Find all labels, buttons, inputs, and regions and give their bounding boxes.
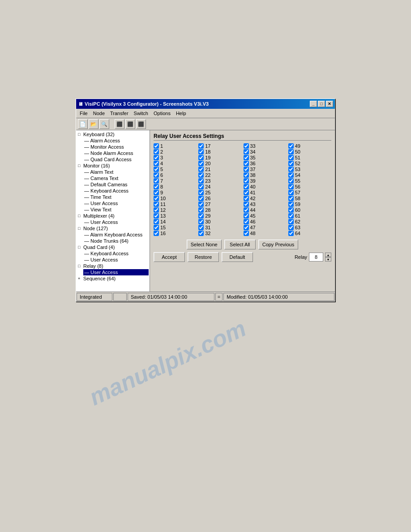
tree-item-keyboard-access-quad[interactable]: — Keyboard Access bbox=[83, 250, 149, 257]
checkbox-3[interactable] bbox=[154, 155, 159, 160]
checkbox-13[interactable] bbox=[154, 213, 159, 219]
checkbox-41[interactable] bbox=[244, 190, 249, 195]
checkbox-33[interactable] bbox=[244, 143, 249, 149]
tree-item-node-alarm-access[interactable]: — Node Alarm Access bbox=[83, 150, 149, 156]
tree-item-camera-text[interactable]: — Camera Text bbox=[83, 175, 149, 181]
checkbox-56[interactable] bbox=[288, 184, 294, 189]
checkbox-64[interactable] bbox=[288, 231, 294, 236]
checkbox-14[interactable] bbox=[154, 219, 159, 224]
tree-item-monitor-access[interactable]: — Monitor Access bbox=[83, 144, 149, 150]
checkbox-48[interactable] bbox=[244, 231, 249, 236]
menu-help[interactable]: Help bbox=[173, 110, 189, 117]
checkbox-21[interactable] bbox=[198, 167, 204, 172]
checkbox-45[interactable] bbox=[244, 213, 249, 219]
relay-spin-up[interactable]: ▲ bbox=[325, 253, 331, 257]
checkbox-46[interactable] bbox=[244, 219, 249, 224]
menu-node[interactable]: Node bbox=[90, 110, 107, 117]
checkbox-55[interactable] bbox=[288, 178, 294, 184]
close-button[interactable]: ✕ bbox=[326, 101, 333, 107]
checkbox-42[interactable] bbox=[244, 196, 249, 201]
checkbox-28[interactable] bbox=[198, 207, 204, 213]
checkbox-23[interactable] bbox=[198, 178, 204, 184]
checkbox-51[interactable] bbox=[288, 155, 294, 160]
relay-spin-down[interactable]: ▼ bbox=[325, 257, 331, 262]
checkbox-7[interactable] bbox=[154, 178, 159, 184]
checkbox-44[interactable] bbox=[244, 207, 249, 213]
checkbox-29[interactable] bbox=[198, 213, 204, 219]
toolbar-new[interactable]: 📄 bbox=[78, 119, 88, 129]
checkbox-12[interactable] bbox=[154, 207, 159, 213]
tree-item-monitor[interactable]: □ Monitor (16) bbox=[77, 163, 149, 169]
checkbox-11[interactable] bbox=[154, 202, 159, 207]
checkbox-62[interactable] bbox=[288, 219, 294, 224]
checkbox-52[interactable] bbox=[288, 161, 294, 166]
accept-button[interactable]: Accept bbox=[154, 252, 185, 262]
checkbox-32[interactable] bbox=[198, 231, 204, 236]
checkbox-25[interactable] bbox=[198, 190, 204, 195]
checkbox-19[interactable] bbox=[198, 155, 204, 160]
tree-item-default-cameras[interactable]: — Default Cameras bbox=[83, 181, 149, 188]
tree-item-keyboard[interactable]: □ Keyboard (32) bbox=[77, 131, 149, 137]
checkbox-27[interactable] bbox=[198, 202, 204, 207]
checkbox-5[interactable] bbox=[154, 167, 159, 172]
select-none-button[interactable]: Select None bbox=[187, 240, 222, 249]
checkbox-22[interactable] bbox=[198, 172, 204, 178]
relay-input[interactable] bbox=[309, 253, 323, 262]
tree-item-sequence[interactable]: + Sequence (64) bbox=[77, 275, 149, 282]
tree-item-quad-card[interactable]: □ Quad Card (4) bbox=[77, 244, 149, 250]
checkbox-30[interactable] bbox=[198, 219, 204, 224]
checkbox-34[interactable] bbox=[244, 149, 249, 154]
checkbox-43[interactable] bbox=[244, 202, 249, 207]
menu-options[interactable]: Options bbox=[151, 110, 173, 117]
checkbox-53[interactable] bbox=[288, 167, 294, 172]
menu-switch[interactable]: Switch bbox=[131, 110, 151, 117]
tree-item-alarm-text[interactable]: — Alarm Text bbox=[83, 169, 149, 175]
checkbox-26[interactable] bbox=[198, 196, 204, 201]
checkbox-50[interactable] bbox=[288, 149, 294, 154]
checkbox-17[interactable] bbox=[198, 143, 204, 149]
checkbox-58[interactable] bbox=[288, 196, 294, 201]
checkbox-37[interactable] bbox=[244, 167, 249, 172]
checkbox-2[interactable] bbox=[154, 149, 159, 154]
select-all-button[interactable]: Select All bbox=[224, 240, 256, 249]
checkbox-35[interactable] bbox=[244, 155, 249, 160]
checkbox-40[interactable] bbox=[244, 184, 249, 189]
toolbar-find[interactable]: 🔍 bbox=[99, 119, 109, 129]
tree-item-user-access-relay[interactable]: — User Access bbox=[83, 269, 149, 275]
toolbar-open[interactable]: 📂 bbox=[89, 119, 98, 129]
restore-button[interactable]: Restore bbox=[188, 252, 219, 262]
tree-item-alarm-keyboard-access[interactable]: — Alarm Keyboard Access bbox=[83, 232, 149, 238]
checkbox-20[interactable] bbox=[198, 161, 204, 166]
checkbox-6[interactable] bbox=[154, 172, 159, 178]
maximize-button[interactable]: □ bbox=[318, 101, 325, 107]
tree-item-time-text[interactable]: — Time Text bbox=[83, 194, 149, 200]
checkbox-36[interactable] bbox=[244, 161, 249, 166]
checkbox-31[interactable] bbox=[198, 225, 204, 230]
tree-item-multiplexer[interactable]: □ Multiplexer (4) bbox=[77, 213, 149, 219]
checkbox-59[interactable] bbox=[288, 202, 294, 207]
tree-item-relay[interactable]: □ Relay (8) bbox=[77, 263, 149, 269]
checkbox-57[interactable] bbox=[288, 190, 294, 195]
tree-item-keyboard-access-mon[interactable]: — Keyboard Access bbox=[83, 188, 149, 194]
toolbar-btn5[interactable]: ⬛ bbox=[125, 119, 135, 129]
tree-item-alarm-access[interactable]: — Alarm Access bbox=[83, 137, 149, 144]
checkbox-49[interactable] bbox=[288, 143, 294, 149]
menu-transfer[interactable]: Transfer bbox=[107, 110, 131, 117]
checkbox-24[interactable] bbox=[198, 184, 204, 189]
tree-item-user-access-mon[interactable]: — User Access bbox=[83, 200, 149, 206]
toolbar-btn6[interactable]: ⬛ bbox=[136, 119, 146, 129]
checkbox-10[interactable] bbox=[154, 196, 159, 201]
checkbox-18[interactable] bbox=[198, 149, 204, 154]
checkbox-16[interactable] bbox=[154, 231, 159, 236]
toolbar-btn4[interactable]: ⬛ bbox=[115, 119, 124, 129]
checkbox-1[interactable] bbox=[154, 143, 159, 149]
tree-item-node-trunks[interactable]: — Node Trunks (64) bbox=[83, 238, 149, 244]
checkbox-61[interactable] bbox=[288, 213, 294, 219]
checkbox-60[interactable] bbox=[288, 207, 294, 213]
tree-item-user-access-quad[interactable]: — User Access bbox=[83, 257, 149, 263]
menu-file[interactable]: File bbox=[77, 110, 90, 117]
checkbox-9[interactable] bbox=[154, 190, 159, 195]
checkbox-54[interactable] bbox=[288, 172, 294, 178]
checkbox-4[interactable] bbox=[154, 161, 159, 166]
checkbox-47[interactable] bbox=[244, 225, 249, 230]
